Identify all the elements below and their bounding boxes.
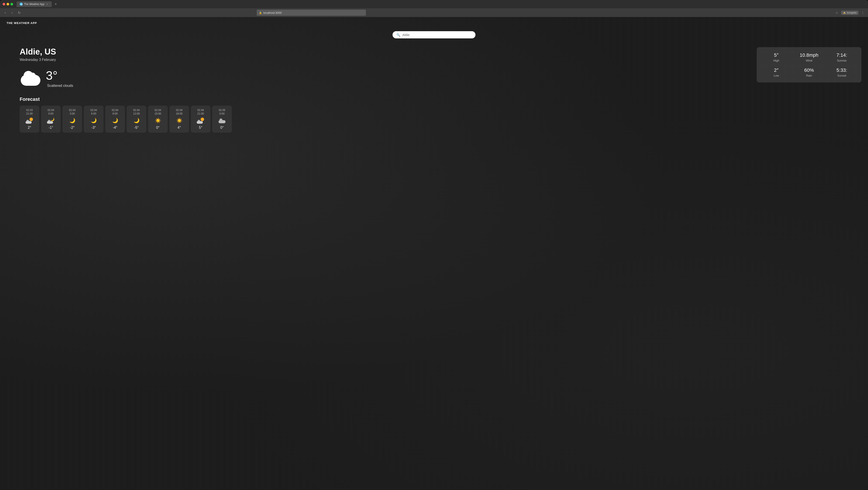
forecast-date: 02.04 xyxy=(66,109,79,112)
forecast-temp: 0° xyxy=(152,126,164,130)
sunset-label: Sunset xyxy=(831,74,853,77)
forecast-date: 02.04 xyxy=(109,109,121,112)
forecast-section: Forecast 02.03 21:00 2° 02.04 0:00 🌙 -1°… xyxy=(20,96,862,133)
url-text: localhost:3000 xyxy=(263,11,282,14)
forecast-card: 02.04 9:00 🌙 -4° xyxy=(105,106,125,133)
forecast-cards: 02.03 21:00 2° 02.04 0:00 🌙 -1° 02.04 3:… xyxy=(20,106,862,133)
low-label: Low xyxy=(765,74,787,77)
forecast-card: 02.04 6:00 🌙 -3° xyxy=(84,106,103,133)
forecast-temp: 5° xyxy=(194,126,207,130)
back-button[interactable]: ‹ xyxy=(3,10,8,15)
incognito-icon: 🕵 xyxy=(843,11,846,14)
tab-bar: 🌤 The Weather App ✕ + xyxy=(17,1,865,7)
condition-text: Scattered clouds xyxy=(47,84,73,88)
forecast-card: 02.04 3:00 🌙 -2° xyxy=(62,106,82,133)
forecast-card: 02.05 0:00 0° xyxy=(212,106,232,133)
title-bar: 🌤 The Weather App ✕ + xyxy=(0,0,868,8)
forecast-icon xyxy=(194,118,207,124)
weather-left: Aldie, US Wednesday 3 February 3° Scatte… xyxy=(20,47,748,88)
forecast-time: 21:00 xyxy=(23,112,36,115)
forecast-time: 9:00 xyxy=(109,112,121,115)
forecast-date: 02.04 xyxy=(87,109,100,112)
forecast-icon xyxy=(216,118,228,124)
forecast-temp: 4° xyxy=(173,126,186,130)
forecast-icon: 🌙 xyxy=(109,118,121,124)
forecast-time: 15:00 xyxy=(152,112,164,115)
forecast-time: 18:00 xyxy=(173,112,186,115)
app-logo: THE WEATHER APP xyxy=(6,21,862,25)
forecast-date: 02.04 xyxy=(44,109,57,112)
city-name: Aldie, US xyxy=(20,47,748,57)
nav-right: ☆ 🕵 Incognito ⋮ xyxy=(834,10,865,15)
temp-and-condition: 3° Scattered clouds xyxy=(46,68,73,88)
high-stat: 5° High xyxy=(765,52,787,62)
forecast-time: 6:00 xyxy=(87,112,100,115)
forecast-icon: ☀️ xyxy=(152,118,164,124)
forecast-icon: 🌙 xyxy=(87,118,100,124)
forecast-time: 12:00 xyxy=(130,112,143,115)
forecast-title: Forecast xyxy=(20,96,862,102)
bookmark-button[interactable]: ☆ xyxy=(834,10,839,15)
browser-window: 🌤 The Weather App ✕ + ‹ › ↻ 🔒 localhost:… xyxy=(0,0,868,490)
sunrise-stat: 7:14: Sunrise xyxy=(831,52,853,62)
search-input[interactable] xyxy=(402,33,471,37)
weather-main: Aldie, US Wednesday 3 February 3° Scatte… xyxy=(20,47,862,88)
sunrise-label: Sunrise xyxy=(831,59,853,62)
close-button[interactable] xyxy=(3,3,5,5)
nav-bar: ‹ › ↻ 🔒 localhost:3000 ☆ 🕵 Incognito ⋮ xyxy=(0,8,868,17)
maximize-button[interactable] xyxy=(10,3,13,5)
search-box[interactable]: 🔍 xyxy=(393,31,475,38)
incognito-badge: 🕵 Incognito xyxy=(841,11,858,15)
forecast-date: 02.04 xyxy=(130,109,143,112)
forecast-icon: 🌙 xyxy=(44,118,57,124)
wind-stat: 10.8mph Wind xyxy=(798,52,820,62)
forecast-card: 02.04 21:00 5° xyxy=(191,106,211,133)
menu-button[interactable]: ⋮ xyxy=(860,10,865,15)
low-value: 2° xyxy=(765,67,787,73)
current-temp: 3° xyxy=(46,68,73,83)
forecast-temp: -3° xyxy=(87,126,100,130)
rain-stat: 60% Rain xyxy=(798,67,820,77)
incognito-label: Incognito xyxy=(847,11,857,14)
active-tab[interactable]: 🌤 The Weather App ✕ xyxy=(17,1,52,7)
url-bar[interactable]: 🔒 localhost:3000 xyxy=(257,10,366,16)
forecast-date: 02.04 xyxy=(173,109,186,112)
forecast-card: 02.03 21:00 2° xyxy=(20,106,39,133)
low-stat: 2° Low xyxy=(765,67,787,77)
rain-value: 60% xyxy=(798,67,820,73)
date-line: Wednesday 3 February xyxy=(20,58,748,62)
search-icon: 🔍 xyxy=(397,33,400,37)
tab-title: The Weather App xyxy=(24,3,44,6)
forecast-card: 02.04 18:00 ☀️ 4° xyxy=(169,106,189,133)
forecast-card: 02.04 12:00 🌙 -5° xyxy=(127,106,146,133)
high-value: 5° xyxy=(765,52,787,58)
forecast-date: 02.03 xyxy=(23,109,36,112)
new-tab-button[interactable]: + xyxy=(53,2,58,7)
high-label: High xyxy=(765,59,787,62)
search-container: 🔍 xyxy=(6,31,862,38)
forecast-temp: -5° xyxy=(130,126,143,130)
cloud-icon xyxy=(20,70,41,86)
lock-icon: 🔒 xyxy=(259,11,262,14)
forecast-temp: -1° xyxy=(44,126,57,130)
tab-favicon: 🌤 xyxy=(20,3,23,6)
minimize-button[interactable] xyxy=(6,3,9,5)
forecast-temp: 2° xyxy=(23,126,36,130)
forecast-icon: 🌙 xyxy=(66,118,79,124)
forecast-icon xyxy=(23,118,36,124)
sunrise-value: 7:14: xyxy=(831,52,853,58)
forecast-date: 02.05 xyxy=(216,109,228,112)
forecast-date: 02.04 xyxy=(152,109,164,112)
forecast-time: 21:00 xyxy=(194,112,207,115)
forecast-time: 0:00 xyxy=(44,112,57,115)
forward-button[interactable]: › xyxy=(10,10,15,15)
sunset-value: 5:33: xyxy=(831,67,853,73)
forecast-time: 0:00 xyxy=(216,112,228,115)
rain-label: Rain xyxy=(798,74,820,77)
wind-label: Wind xyxy=(798,59,820,62)
current-weather: 3° Scattered clouds xyxy=(20,68,748,88)
forecast-temp: 0° xyxy=(216,126,228,130)
forecast-card: 02.04 15:00 ☀️ 0° xyxy=(148,106,168,133)
reload-button[interactable]: ↻ xyxy=(17,10,22,15)
tab-close-button[interactable]: ✕ xyxy=(45,3,49,6)
